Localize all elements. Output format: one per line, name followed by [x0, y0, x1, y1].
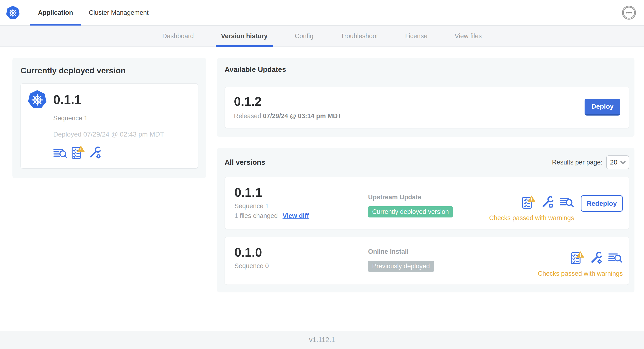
kubernetes-logo-icon: [6, 0, 20, 25]
header-tab-label: Cluster Management: [89, 9, 149, 16]
logs-icon[interactable]: [608, 252, 623, 264]
current-version-column: Currently deployed version 0.1.1 Sequenc…: [12, 58, 206, 178]
app-build-version: v1.112.1: [309, 336, 335, 344]
results-per-page-label: Results per page:: [552, 159, 602, 166]
checks-status-text: Checks passed with warnings: [538, 270, 623, 278]
ellipsis-icon: [623, 6, 635, 20]
app-subnav: Dashboard Version history Config Trouble…: [0, 26, 644, 47]
deployed-status-badge: Currently deployed version: [368, 206, 453, 218]
current-version-number: 0.1.1: [53, 92, 82, 107]
row-version-number: 0.1.0: [234, 245, 368, 260]
preflight-checks-warning-icon[interactable]: [71, 146, 85, 160]
more-options-button[interactable]: [622, 6, 636, 20]
current-version-title: Currently deployed version: [20, 66, 198, 75]
files-changed-label: 1 files changed: [234, 212, 278, 220]
header-tab-application[interactable]: Application: [30, 0, 81, 25]
available-updates-section: Available Updates 0.1.2 Released 07/29/2…: [217, 58, 634, 137]
preflight-checks-warning-icon[interactable]: [570, 251, 584, 265]
current-version-section: Currently deployed version 0.1.1 Sequenc…: [12, 58, 206, 178]
config-icon[interactable]: [541, 196, 554, 209]
tab-config[interactable]: Config: [292, 26, 316, 46]
kubernetes-app-icon: [28, 90, 47, 109]
row-sequence: Sequence 0: [234, 262, 368, 270]
deploy-button[interactable]: Deploy: [584, 99, 620, 116]
deployed-status-badge: Previously deployed: [368, 261, 434, 272]
logs-icon[interactable]: [53, 148, 68, 160]
header-tab-cluster-management[interactable]: Cluster Management: [81, 0, 156, 25]
available-updates-title: Available Updates: [224, 66, 629, 74]
app-header: Application Cluster Management: [0, 0, 644, 26]
row-version-number: 0.1.1: [234, 185, 368, 200]
main-content: Currently deployed version 0.1.1 Sequenc…: [0, 47, 644, 292]
version-history-page: Application Cluster Management Dashboard…: [0, 0, 644, 349]
updates-column: Available Updates 0.1.2 Released 07/29/2…: [217, 58, 634, 292]
version-row: 0.1.0 Sequence 0 Online Install Previous…: [224, 237, 629, 285]
tab-version-history[interactable]: Version history: [218, 26, 270, 46]
results-per-page-select[interactable]: 20: [606, 156, 629, 169]
update-released-date: 07/29/24 @ 03:14 pm MDT: [263, 112, 342, 120]
chevron-down-icon: [620, 161, 626, 164]
tab-dashboard[interactable]: Dashboard: [160, 26, 197, 46]
redeploy-button[interactable]: Redeploy: [581, 195, 623, 212]
row-source-label: Online Install: [368, 248, 538, 256]
current-version-sequence: Sequence 1: [53, 114, 191, 122]
view-diff-link[interactable]: View diff: [282, 212, 309, 220]
config-icon[interactable]: [590, 251, 603, 265]
update-version-number: 0.1.2: [234, 94, 342, 108]
logs-icon[interactable]: [560, 196, 574, 208]
tab-troubleshoot[interactable]: Troubleshoot: [338, 26, 381, 46]
all-versions-title: All versions: [224, 158, 265, 166]
current-version-card: 0.1.1 Sequence 1 Deployed 07/29/24 @ 02:…: [20, 83, 198, 168]
current-version-deployed-at: Deployed 07/29/24 @ 02:43 pm MDT: [53, 130, 191, 138]
preflight-checks-warning-icon[interactable]: [522, 195, 536, 210]
update-released-at: Released 07/29/24 @ 03:14 pm MDT: [234, 112, 342, 120]
row-sequence: Sequence 1: [234, 202, 368, 210]
app-footer: v1.112.1: [0, 330, 644, 349]
all-versions-section: All versions Results per page: 20 0.1.1 …: [217, 148, 634, 292]
header-tab-label: Application: [38, 9, 73, 16]
version-row: 0.1.1 Sequence 1 1 files changed View di…: [224, 177, 629, 229]
checks-status-text: Checks passed with warnings: [489, 214, 574, 222]
available-update-card: 0.1.2 Released 07/29/24 @ 03:14 pm MDT D…: [224, 87, 629, 128]
config-icon[interactable]: [88, 146, 102, 160]
tab-license[interactable]: License: [402, 26, 430, 46]
tab-view-files[interactable]: View files: [452, 26, 485, 46]
row-source-label: Upstream Update: [368, 194, 489, 201]
